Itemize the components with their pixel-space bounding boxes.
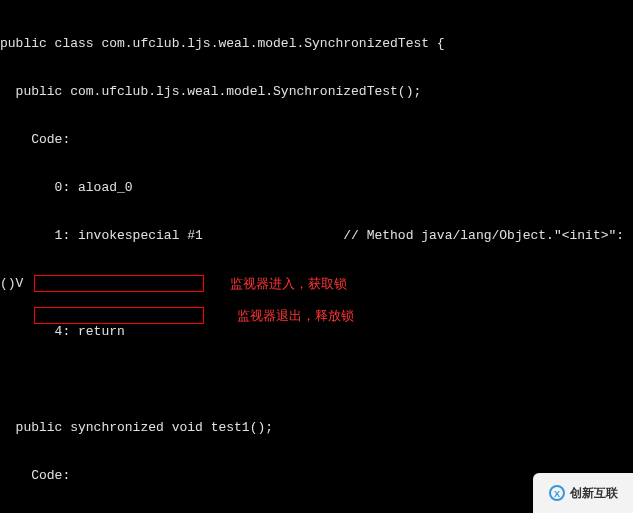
- code-line: public class com.ufclub.ljs.weal.model.S…: [0, 36, 633, 52]
- annotation-monitorenter: 监视器进入，获取锁: [230, 276, 347, 292]
- annotation-monitorexit: 监视器退出，释放锁: [237, 308, 354, 324]
- code-line: public synchronized void test1();: [0, 420, 633, 436]
- watermark-logo-icon: X: [548, 484, 566, 502]
- code-line: 0: aload_0: [0, 180, 633, 196]
- bytecode-listing: public class com.ufclub.ljs.weal.model.S…: [0, 16, 633, 513]
- code-line: Code:: [0, 132, 633, 148]
- code-line: public com.ufclub.ljs.weal.model.Synchro…: [0, 84, 633, 100]
- watermark-badge: X 创新互联: [533, 473, 633, 513]
- code-line: 4: return: [0, 324, 633, 340]
- code-line: [0, 372, 633, 388]
- svg-text:X: X: [554, 489, 560, 499]
- code-line: 1: invokespecial #1 // Method java/lang/…: [0, 228, 633, 244]
- watermark-text: 创新互联: [570, 485, 618, 501]
